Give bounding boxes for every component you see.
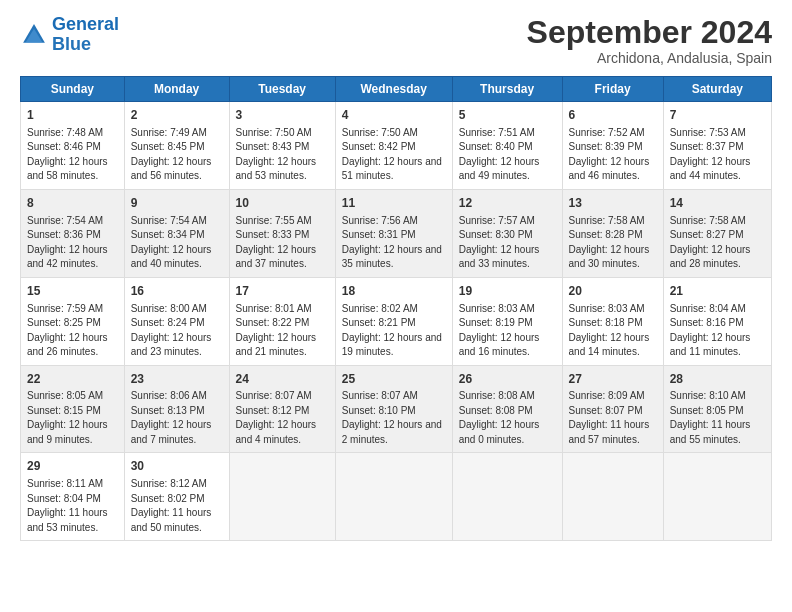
day-number: 29 bbox=[27, 458, 118, 475]
table-row bbox=[562, 453, 663, 541]
main-title: September 2024 bbox=[527, 15, 772, 50]
day-number: 26 bbox=[459, 371, 556, 388]
day-number: 15 bbox=[27, 283, 118, 300]
logo-general: General bbox=[52, 14, 119, 34]
day-info: Sunrise: 7:56 AMSunset: 8:31 PMDaylight:… bbox=[342, 214, 446, 272]
day-info: Sunrise: 8:01 AMSunset: 8:22 PMDaylight:… bbox=[236, 302, 329, 360]
day-number: 20 bbox=[569, 283, 657, 300]
col-thursday: Thursday bbox=[452, 77, 562, 102]
table-row: 20Sunrise: 8:03 AMSunset: 8:18 PMDayligh… bbox=[562, 277, 663, 365]
logo-blue: Blue bbox=[52, 34, 91, 54]
day-info: Sunrise: 8:03 AMSunset: 8:19 PMDaylight:… bbox=[459, 302, 556, 360]
table-row: 10Sunrise: 7:55 AMSunset: 8:33 PMDayligh… bbox=[229, 189, 335, 277]
table-row: 30Sunrise: 8:12 AMSunset: 8:02 PMDayligh… bbox=[124, 453, 229, 541]
day-info: Sunrise: 8:10 AMSunset: 8:05 PMDaylight:… bbox=[670, 389, 765, 447]
table-row: 6Sunrise: 7:52 AMSunset: 8:39 PMDaylight… bbox=[562, 102, 663, 190]
table-row: 22Sunrise: 8:05 AMSunset: 8:15 PMDayligh… bbox=[21, 365, 125, 453]
day-info: Sunrise: 7:54 AMSunset: 8:34 PMDaylight:… bbox=[131, 214, 223, 272]
table-row: 8Sunrise: 7:54 AMSunset: 8:36 PMDaylight… bbox=[21, 189, 125, 277]
day-info: Sunrise: 8:06 AMSunset: 8:13 PMDaylight:… bbox=[131, 389, 223, 447]
table-row: 3Sunrise: 7:50 AMSunset: 8:43 PMDaylight… bbox=[229, 102, 335, 190]
col-friday: Friday bbox=[562, 77, 663, 102]
day-number: 6 bbox=[569, 107, 657, 124]
table-row: 28Sunrise: 8:10 AMSunset: 8:05 PMDayligh… bbox=[663, 365, 771, 453]
day-info: Sunrise: 8:02 AMSunset: 8:21 PMDaylight:… bbox=[342, 302, 446, 360]
day-info: Sunrise: 7:50 AMSunset: 8:42 PMDaylight:… bbox=[342, 126, 446, 184]
table-row: 5Sunrise: 7:51 AMSunset: 8:40 PMDaylight… bbox=[452, 102, 562, 190]
table-row: 13Sunrise: 7:58 AMSunset: 8:28 PMDayligh… bbox=[562, 189, 663, 277]
table-row: 12Sunrise: 7:57 AMSunset: 8:30 PMDayligh… bbox=[452, 189, 562, 277]
table-row: 19Sunrise: 8:03 AMSunset: 8:19 PMDayligh… bbox=[452, 277, 562, 365]
day-number: 21 bbox=[670, 283, 765, 300]
logo: General Blue bbox=[20, 15, 119, 55]
day-number: 30 bbox=[131, 458, 223, 475]
table-row: 14Sunrise: 7:58 AMSunset: 8:27 PMDayligh… bbox=[663, 189, 771, 277]
day-info: Sunrise: 8:05 AMSunset: 8:15 PMDaylight:… bbox=[27, 389, 118, 447]
day-number: 5 bbox=[459, 107, 556, 124]
day-number: 3 bbox=[236, 107, 329, 124]
table-row: 24Sunrise: 8:07 AMSunset: 8:12 PMDayligh… bbox=[229, 365, 335, 453]
day-info: Sunrise: 7:57 AMSunset: 8:30 PMDaylight:… bbox=[459, 214, 556, 272]
table-row: 7Sunrise: 7:53 AMSunset: 8:37 PMDaylight… bbox=[663, 102, 771, 190]
table-row: 2Sunrise: 7:49 AMSunset: 8:45 PMDaylight… bbox=[124, 102, 229, 190]
day-number: 2 bbox=[131, 107, 223, 124]
table-row: 17Sunrise: 8:01 AMSunset: 8:22 PMDayligh… bbox=[229, 277, 335, 365]
table-row: 23Sunrise: 8:06 AMSunset: 8:13 PMDayligh… bbox=[124, 365, 229, 453]
calendar-week-4: 22Sunrise: 8:05 AMSunset: 8:15 PMDayligh… bbox=[21, 365, 772, 453]
day-number: 12 bbox=[459, 195, 556, 212]
day-info: Sunrise: 8:11 AMSunset: 8:04 PMDaylight:… bbox=[27, 477, 118, 535]
header-row: Sunday Monday Tuesday Wednesday Thursday… bbox=[21, 77, 772, 102]
table-row bbox=[663, 453, 771, 541]
day-number: 9 bbox=[131, 195, 223, 212]
day-number: 27 bbox=[569, 371, 657, 388]
day-number: 24 bbox=[236, 371, 329, 388]
day-info: Sunrise: 7:49 AMSunset: 8:45 PMDaylight:… bbox=[131, 126, 223, 184]
day-number: 25 bbox=[342, 371, 446, 388]
calendar-week-5: 29Sunrise: 8:11 AMSunset: 8:04 PMDayligh… bbox=[21, 453, 772, 541]
col-tuesday: Tuesday bbox=[229, 77, 335, 102]
day-number: 7 bbox=[670, 107, 765, 124]
calendar-table: Sunday Monday Tuesday Wednesday Thursday… bbox=[20, 76, 772, 541]
day-info: Sunrise: 8:12 AMSunset: 8:02 PMDaylight:… bbox=[131, 477, 223, 535]
table-row: 15Sunrise: 7:59 AMSunset: 8:25 PMDayligh… bbox=[21, 277, 125, 365]
day-info: Sunrise: 7:59 AMSunset: 8:25 PMDaylight:… bbox=[27, 302, 118, 360]
calendar-week-2: 8Sunrise: 7:54 AMSunset: 8:36 PMDaylight… bbox=[21, 189, 772, 277]
day-number: 4 bbox=[342, 107, 446, 124]
table-row: 4Sunrise: 7:50 AMSunset: 8:42 PMDaylight… bbox=[335, 102, 452, 190]
day-info: Sunrise: 7:51 AMSunset: 8:40 PMDaylight:… bbox=[459, 126, 556, 184]
day-number: 18 bbox=[342, 283, 446, 300]
table-row: 27Sunrise: 8:09 AMSunset: 8:07 PMDayligh… bbox=[562, 365, 663, 453]
calendar-week-3: 15Sunrise: 7:59 AMSunset: 8:25 PMDayligh… bbox=[21, 277, 772, 365]
col-sunday: Sunday bbox=[21, 77, 125, 102]
col-monday: Monday bbox=[124, 77, 229, 102]
subtitle: Archidona, Andalusia, Spain bbox=[527, 50, 772, 66]
day-info: Sunrise: 7:53 AMSunset: 8:37 PMDaylight:… bbox=[670, 126, 765, 184]
title-block: September 2024 Archidona, Andalusia, Spa… bbox=[527, 15, 772, 66]
day-number: 22 bbox=[27, 371, 118, 388]
day-info: Sunrise: 7:55 AMSunset: 8:33 PMDaylight:… bbox=[236, 214, 329, 272]
day-info: Sunrise: 8:09 AMSunset: 8:07 PMDaylight:… bbox=[569, 389, 657, 447]
day-info: Sunrise: 7:52 AMSunset: 8:39 PMDaylight:… bbox=[569, 126, 657, 184]
day-number: 16 bbox=[131, 283, 223, 300]
calendar-week-1: 1Sunrise: 7:48 AMSunset: 8:46 PMDaylight… bbox=[21, 102, 772, 190]
day-number: 14 bbox=[670, 195, 765, 212]
day-info: Sunrise: 8:00 AMSunset: 8:24 PMDaylight:… bbox=[131, 302, 223, 360]
table-row: 26Sunrise: 8:08 AMSunset: 8:08 PMDayligh… bbox=[452, 365, 562, 453]
day-number: 19 bbox=[459, 283, 556, 300]
day-number: 11 bbox=[342, 195, 446, 212]
day-number: 23 bbox=[131, 371, 223, 388]
day-number: 8 bbox=[27, 195, 118, 212]
table-row: 29Sunrise: 8:11 AMSunset: 8:04 PMDayligh… bbox=[21, 453, 125, 541]
day-info: Sunrise: 8:03 AMSunset: 8:18 PMDaylight:… bbox=[569, 302, 657, 360]
table-row bbox=[335, 453, 452, 541]
day-info: Sunrise: 8:07 AMSunset: 8:12 PMDaylight:… bbox=[236, 389, 329, 447]
header: General Blue September 2024 Archidona, A… bbox=[20, 15, 772, 66]
day-info: Sunrise: 8:04 AMSunset: 8:16 PMDaylight:… bbox=[670, 302, 765, 360]
table-row: 25Sunrise: 8:07 AMSunset: 8:10 PMDayligh… bbox=[335, 365, 452, 453]
table-row bbox=[452, 453, 562, 541]
logo-icon bbox=[20, 21, 48, 49]
table-row: 11Sunrise: 7:56 AMSunset: 8:31 PMDayligh… bbox=[335, 189, 452, 277]
table-row: 16Sunrise: 8:00 AMSunset: 8:24 PMDayligh… bbox=[124, 277, 229, 365]
col-wednesday: Wednesday bbox=[335, 77, 452, 102]
day-info: Sunrise: 7:54 AMSunset: 8:36 PMDaylight:… bbox=[27, 214, 118, 272]
